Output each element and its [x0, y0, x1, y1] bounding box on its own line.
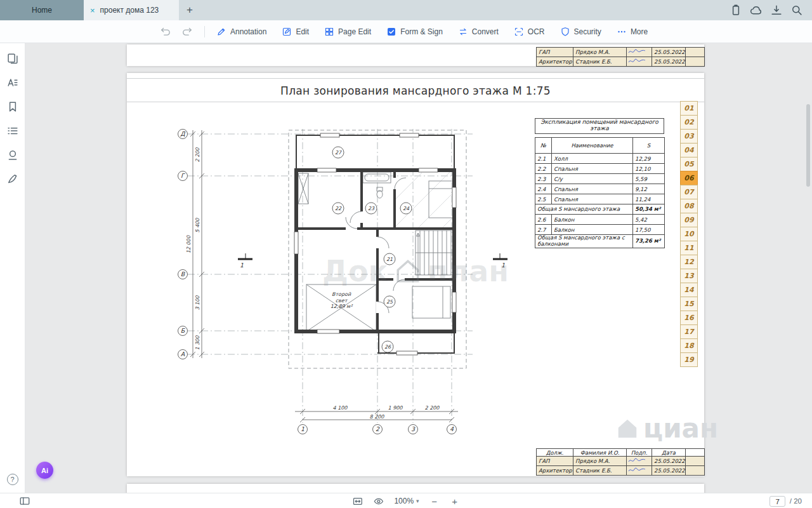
- watermark-text-right: план: [428, 254, 509, 288]
- room-area-cell: 12,29: [633, 154, 665, 164]
- plan-label: Д: [180, 130, 185, 137]
- explication-row: Общая S мансардного этажа с балконами73,…: [535, 235, 665, 248]
- role-cell: ГАП: [537, 457, 573, 466]
- ocr-icon: [514, 27, 524, 37]
- search-icon[interactable]: [790, 4, 803, 17]
- zoom-out-button[interactable]: −: [429, 496, 440, 507]
- stamp-icon[interactable]: [6, 149, 19, 161]
- page-number-input[interactable]: 7: [769, 496, 785, 507]
- toolbar-convert-label: Convert: [472, 27, 499, 36]
- sheet-number-05[interactable]: 05: [680, 157, 698, 171]
- plan-label: свет: [336, 298, 348, 304]
- toolbar-ocr-button[interactable]: OCR: [514, 27, 545, 37]
- sheet-number-06[interactable]: 06: [680, 171, 698, 185]
- tab-close-icon[interactable]: ×: [90, 6, 95, 15]
- sheet-number-02[interactable]: 02: [680, 115, 698, 130]
- sheet-number-08[interactable]: 08: [680, 199, 698, 213]
- room-number-bubble: [400, 203, 412, 214]
- plan-label: 1: [240, 262, 244, 269]
- room-number-cell: 2.4: [535, 184, 552, 194]
- toolbar-convert-button[interactable]: Convert: [458, 27, 499, 37]
- more-icon: [617, 27, 627, 37]
- sheet-frame-line-under-title: [127, 102, 704, 102]
- date-cell: 25.05.2022: [652, 48, 686, 57]
- plan-label: 3: [411, 425, 416, 432]
- page-previous-bottom: ГАППрядко М.А.25.05.2022АрхитекторСтадни…: [127, 44, 704, 66]
- sheet-number-01[interactable]: 01: [680, 101, 698, 116]
- fit-width-button[interactable]: [352, 496, 363, 507]
- plan-label: 8 200: [370, 414, 385, 420]
- plan-label: 2 200: [425, 405, 440, 411]
- zoom-in-button[interactable]: +: [450, 496, 460, 507]
- zoom-select[interactable]: 100% ▾: [394, 497, 419, 505]
- sheet-number-09[interactable]: 09: [680, 213, 698, 227]
- undo-icon[interactable]: [160, 26, 171, 37]
- thumbnails-icon[interactable]: [6, 52, 19, 65]
- room-name-cell: Спальня: [552, 194, 633, 204]
- tab-document-label: проект дома 123: [100, 6, 159, 15]
- annotation-list-icon[interactable]: [6, 124, 19, 137]
- sheet-number-12[interactable]: 12: [680, 255, 698, 269]
- left-sidebar: ?: [0, 43, 25, 493]
- room-name-cell: Спальня: [552, 164, 633, 174]
- explication-row: 2.3С/у5,59: [535, 174, 665, 184]
- sheet-number-11[interactable]: 11: [680, 241, 698, 255]
- tab-document[interactable]: × проект дома 123: [84, 0, 179, 20]
- role-cell: ГАП: [537, 48, 573, 57]
- date-cell: 25.05.2022: [652, 457, 686, 466]
- sheet-number-18[interactable]: 18: [680, 338, 698, 353]
- room-number-cell: 2.6: [535, 215, 552, 225]
- explication-row: 2.6Балкон5,42: [535, 215, 665, 225]
- sheet-number-15[interactable]: 15: [680, 297, 698, 311]
- room-name-cell: Спальня: [552, 184, 633, 194]
- add-tab-button[interactable]: +: [179, 0, 200, 20]
- room-number-bubble: [382, 341, 393, 352]
- scrollbar-thumb[interactable]: [806, 104, 810, 187]
- panel-toggle-button[interactable]: [19, 495, 30, 507]
- axis-bubble: [409, 425, 418, 434]
- axis-bubble: [178, 171, 188, 181]
- toolbar-page-edit-button[interactable]: Page Edit: [324, 27, 371, 37]
- sheet-number-10[interactable]: 10: [680, 227, 698, 241]
- bookmark-icon[interactable]: [6, 100, 19, 113]
- toolbar-annotation-button[interactable]: Annotation: [216, 27, 266, 37]
- signature-icon[interactable]: [6, 173, 19, 185]
- save-icon[interactable]: [770, 4, 783, 17]
- sheet-number-13[interactable]: 13: [680, 269, 698, 283]
- text-search-icon[interactable]: [6, 76, 19, 89]
- empty-cell: [686, 457, 705, 466]
- axis-bubble: [447, 425, 457, 434]
- page-navigation: 7 / 20: [769, 493, 802, 508]
- status-bar: 100% ▾ − + 7 / 20: [0, 493, 812, 508]
- toolbar-security-button[interactable]: Security: [560, 27, 601, 37]
- sheet-number-03[interactable]: 03: [680, 129, 698, 144]
- cloud-icon[interactable]: [750, 4, 763, 17]
- room-area-cell: 11,24: [633, 194, 665, 204]
- tab-home[interactable]: Home: [0, 0, 84, 20]
- sheet-number-16[interactable]: 16: [680, 311, 698, 325]
- total-label-cell: Общая S мансардного этажа: [535, 204, 633, 215]
- room-number-cell: 2.1: [535, 154, 552, 164]
- toolbar-ocr-label: OCR: [528, 27, 545, 36]
- explication-header-cell: №: [535, 138, 552, 154]
- ai-assistant-button[interactable]: Ai: [36, 462, 53, 479]
- plan-label: 27: [335, 150, 342, 156]
- plan-label: 1 300: [195, 335, 200, 351]
- toolbar-form-sign-button[interactable]: Form & Sign: [386, 27, 443, 37]
- toolbar-edit-label: Edit: [296, 27, 309, 36]
- help-button[interactable]: ?: [7, 474, 18, 485]
- sheet-number-04[interactable]: 04: [680, 143, 698, 157]
- clipboard-icon[interactable]: [730, 4, 742, 17]
- toolbar-items: AnnotationEditPage EditForm & SignConver…: [216, 27, 648, 37]
- sheet-number-14[interactable]: 14: [680, 283, 698, 297]
- plan-label: 4 100: [333, 405, 348, 411]
- sheet-number-17[interactable]: 17: [680, 324, 698, 339]
- sheet-number-07[interactable]: 07: [680, 185, 698, 199]
- sheet-number-19[interactable]: 19: [680, 352, 698, 367]
- toolbar-more-button[interactable]: More: [617, 27, 648, 37]
- role-cell: Архитектор: [537, 466, 573, 476]
- toolbar-edit-button[interactable]: Edit: [282, 27, 309, 37]
- add-tab-icon: +: [187, 4, 193, 17]
- redo-icon[interactable]: [181, 26, 193, 37]
- preview-eye-button[interactable]: [373, 496, 384, 507]
